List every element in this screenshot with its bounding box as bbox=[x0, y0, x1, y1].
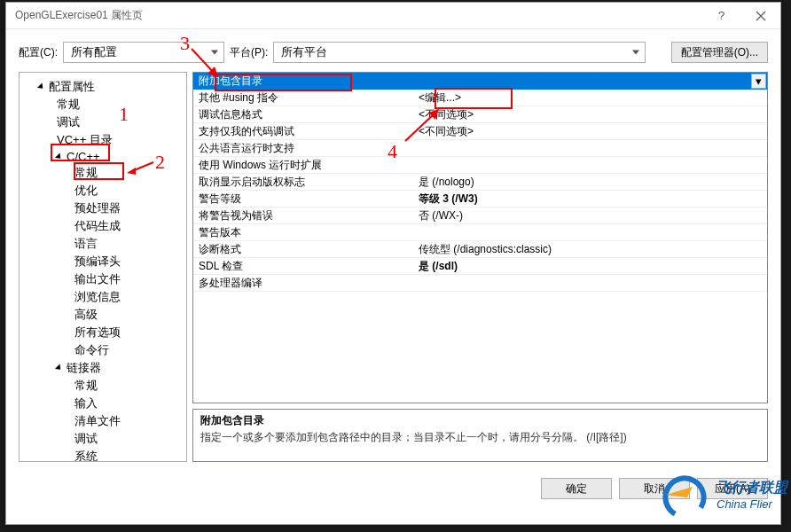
grid-row[interactable]: 公共语言运行时支持 bbox=[193, 140, 767, 157]
config-row: 配置(C): 所有配置 平台(P): 所有平台 配置管理器(O)... bbox=[6, 29, 780, 72]
platform-label: 平台(P): bbox=[230, 45, 268, 60]
right-pane: ▾ 附加包含目录 其他 #using 指令<编辑...> 调试信息格式<不同选项… bbox=[192, 72, 768, 462]
tree-label: 代码生成 bbox=[74, 218, 121, 234]
grid-row-selected[interactable]: 附加包含目录 bbox=[193, 73, 767, 90]
grid-label: SDL 检查 bbox=[193, 258, 415, 274]
grid-row[interactable]: 调试信息格式<不同选项> bbox=[193, 106, 767, 123]
tree-node[interactable]: 语言 bbox=[20, 235, 186, 253]
grid-label: 诊断格式 bbox=[193, 241, 415, 257]
grid-row[interactable]: 取消显示启动版权标志是 (/nologo) bbox=[193, 174, 767, 191]
tree-label: 常规 bbox=[74, 378, 98, 394]
tree-label: 清单文件 bbox=[74, 413, 121, 429]
close-button[interactable] bbox=[740, 3, 780, 29]
config-label: 配置(C): bbox=[19, 45, 58, 60]
grid-label: 多处理器编译 bbox=[193, 275, 415, 291]
close-icon bbox=[756, 11, 766, 21]
body-row: 配置属性 常规 调试 VC++ 目录 C/C++ 常规 优化 预处理器 代码生成… bbox=[6, 72, 780, 471]
tree-node[interactable]: 命令行 bbox=[20, 341, 186, 359]
grid-row[interactable]: SDL 检查是 (/sdl) bbox=[193, 258, 767, 275]
tree-label: 优化 bbox=[74, 183, 98, 199]
tree-label: 语言 bbox=[74, 236, 98, 252]
grid-label: 使用 Windows 运行时扩展 bbox=[193, 157, 415, 173]
chevron-down-icon: ▾ bbox=[756, 74, 762, 88]
tree-node[interactable]: 系统 bbox=[20, 448, 186, 462]
grid-value bbox=[415, 73, 767, 89]
grid-label: 调试信息格式 bbox=[193, 106, 415, 122]
tree-node[interactable]: 常规 bbox=[20, 96, 186, 113]
tree-node[interactable]: 调试 bbox=[20, 113, 186, 131]
description-title: 附加包含目录 bbox=[200, 413, 760, 428]
grid-value: 等级 3 (/W3) bbox=[415, 191, 767, 207]
grid-row[interactable]: 警告版本 bbox=[193, 224, 767, 241]
chevron-down-icon bbox=[55, 153, 63, 160]
grid-label: 附加包含目录 bbox=[193, 73, 415, 89]
tree-node[interactable]: 所有选项 bbox=[20, 324, 186, 341]
grid-row[interactable]: 将警告视为错误否 (/WX-) bbox=[193, 207, 767, 224]
svg-text:?: ? bbox=[718, 11, 724, 21]
grid-value: 传统型 (/diagnostics:classic) bbox=[415, 241, 767, 257]
tree-node[interactable]: VC++ 目录 bbox=[20, 131, 186, 149]
grid-value bbox=[415, 224, 767, 240]
chevron-down-icon bbox=[37, 82, 45, 90]
tree-node[interactable]: 输出文件 bbox=[20, 270, 186, 288]
tree-node[interactable]: 优化 bbox=[20, 182, 186, 200]
grid-value bbox=[415, 157, 767, 173]
help-button[interactable]: ? bbox=[701, 3, 740, 29]
tree-node[interactable]: 常规 bbox=[20, 377, 186, 395]
platform-select-value: 所有平台 bbox=[281, 44, 327, 60]
tree-node-config-props[interactable]: 配置属性 bbox=[20, 78, 186, 96]
tree-node[interactable]: 常规 bbox=[20, 164, 186, 182]
platform-select[interactable]: 所有平台 bbox=[273, 42, 646, 63]
tree-node[interactable]: 调试 bbox=[20, 430, 186, 448]
tree-node[interactable]: 预处理器 bbox=[20, 200, 186, 217]
description-box: 附加包含目录 指定一个或多个要添加到包含路径中的目录；当目录不止一个时，请用分号… bbox=[192, 409, 768, 462]
property-grid[interactable]: ▾ 附加包含目录 其他 #using 指令<编辑...> 调试信息格式<不同选项… bbox=[192, 72, 768, 403]
tree-label: 常规 bbox=[57, 97, 80, 113]
grid-value: 否 (/WX-) bbox=[415, 207, 767, 223]
tree-label: 输入 bbox=[74, 395, 98, 411]
tree-node[interactable]: 输入 bbox=[20, 395, 186, 412]
tree-label: 预处理器 bbox=[74, 200, 121, 216]
tree-node[interactable]: 预编译头 bbox=[20, 253, 186, 270]
tree-label: 预编译头 bbox=[74, 254, 121, 270]
tree-label: 输出文件 bbox=[74, 271, 121, 287]
grid-label: 警告版本 bbox=[193, 224, 415, 240]
tree-node[interactable]: 高级 bbox=[20, 306, 186, 324]
tree-label: 配置属性 bbox=[49, 79, 95, 95]
grid-dropdown-button[interactable]: ▾ bbox=[751, 74, 766, 89]
tree-label: 常规 bbox=[74, 165, 98, 181]
grid-row[interactable]: 其他 #using 指令<编辑...> bbox=[193, 90, 767, 106]
config-select-value: 所有配置 bbox=[71, 44, 117, 60]
grid-value: 是 (/sdl) bbox=[415, 258, 767, 274]
tree-node[interactable]: 浏览信息 bbox=[20, 288, 186, 306]
grid-row[interactable]: 支持仅我的代码调试<不同选项> bbox=[193, 123, 767, 140]
grid-value: <编辑...> bbox=[415, 90, 767, 106]
tree-node[interactable]: 代码生成 bbox=[20, 217, 186, 235]
grid-label: 支持仅我的代码调试 bbox=[193, 123, 415, 139]
tree-label: 系统 bbox=[74, 449, 98, 462]
tree-node-linker[interactable]: 链接器 bbox=[20, 359, 186, 377]
tree-label: 命令行 bbox=[74, 342, 109, 358]
ok-button[interactable]: 确定 bbox=[541, 478, 612, 499]
tree-node-ccpp[interactable]: C/C++ bbox=[20, 149, 186, 164]
tree-label: VC++ 目录 bbox=[57, 132, 113, 148]
grid-row[interactable]: 使用 Windows 运行时扩展 bbox=[193, 157, 767, 174]
tree-label: C/C++ bbox=[67, 150, 100, 163]
grid-row[interactable]: 多处理器编译 bbox=[193, 275, 767, 292]
grid-value bbox=[415, 140, 767, 156]
grid-value: 是 (/nologo) bbox=[415, 174, 767, 190]
grid-label: 其他 #using 指令 bbox=[193, 90, 415, 106]
tree-label: 浏览信息 bbox=[74, 289, 121, 305]
window-title: OpenGLExercise01 属性页 bbox=[15, 8, 701, 23]
tree-label: 调试 bbox=[74, 431, 98, 447]
config-manager-button[interactable]: 配置管理器(O)... bbox=[671, 42, 768, 63]
grid-value: <不同选项> bbox=[415, 106, 767, 122]
tree-label: 高级 bbox=[74, 307, 98, 323]
tree-node[interactable]: 清单文件 bbox=[20, 412, 186, 430]
tree-view[interactable]: 配置属性 常规 调试 VC++ 目录 C/C++ 常规 优化 预处理器 代码生成… bbox=[19, 72, 187, 462]
grid-row[interactable]: 警告等级等级 3 (/W3) bbox=[193, 191, 767, 207]
chevron-down-icon bbox=[55, 364, 63, 372]
config-select[interactable]: 所有配置 bbox=[63, 42, 224, 63]
grid-row[interactable]: 诊断格式传统型 (/diagnostics:classic) bbox=[193, 241, 767, 258]
grid-label: 取消显示启动版权标志 bbox=[193, 174, 415, 190]
